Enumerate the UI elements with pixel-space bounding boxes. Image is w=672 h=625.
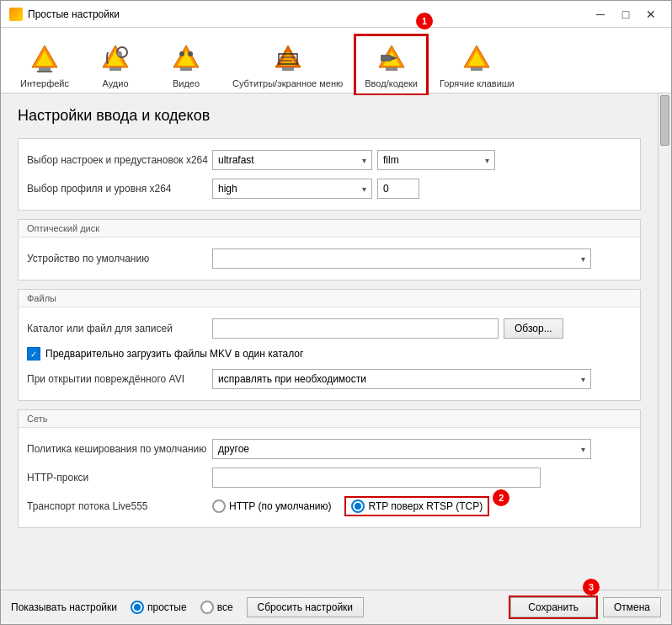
tab-interface[interactable]: Интерфейс <box>11 35 78 93</box>
cache-row: Политика кеширования по умолчанию другое… <box>27 435 632 463</box>
cache-label: Политика кеширования по умолчанию <box>27 443 212 455</box>
files-section: Файлы Каталог или файл для записей Обзор… <box>18 289 641 401</box>
device-controls: ▾ <box>212 248 632 269</box>
bottom-right: 3 Сохранить Отмена <box>510 597 661 617</box>
tab-video[interactable]: Видео <box>152 35 220 93</box>
http-radio-label: HTTP (по умолчанию) <box>229 500 331 512</box>
toolbar: Интерфейс Аудио <box>1 28 671 93</box>
vlc-icon <box>9 8 23 21</box>
network-section: Сеть Политика кеширования по умолчанию д… <box>18 409 641 528</box>
http-proxy-controls <box>212 467 632 488</box>
svg-rect-11 <box>180 67 192 71</box>
tab-hotkeys[interactable]: Горячие клавиши <box>430 35 524 93</box>
scrollbar[interactable] <box>658 93 671 590</box>
catalog-input[interactable] <box>212 318 499 339</box>
x264-profile-row: Выбор профиля и уровня x264 high ▾ <box>27 174 632 203</box>
annotation-2: 2 <box>493 489 509 506</box>
tab-hotkeys-label: Горячие клавиши <box>440 78 515 88</box>
avi-row: При открытии повреждённого AVI исправлят… <box>27 365 632 393</box>
x264-level-input[interactable] <box>377 179 419 199</box>
all-radio[interactable] <box>200 601 214 614</box>
x264-preset-select[interactable]: ultrafast ▾ <box>212 150 372 170</box>
cache-select[interactable]: другое ▾ <box>212 439 591 459</box>
tab-input[interactable]: 1 Ввод/кодеки <box>355 35 427 93</box>
minimize-button[interactable]: ─ <box>589 5 612 24</box>
annotation-3: 3 <box>583 579 600 596</box>
cache-controls: другое ▾ <box>212 439 632 459</box>
tab-interface-label: Интерфейс <box>20 78 69 88</box>
files-label: Файлы <box>19 290 640 307</box>
x264-tune-value: film <box>383 154 399 166</box>
input-icon <box>375 41 408 75</box>
main-window: Простые настройки ─ □ ✕ Интерфейс <box>0 0 672 625</box>
x264-preset-row: Выбор настроек и предустановок x264 ultr… <box>27 146 632 174</box>
catalog-controls: Обзор... <box>212 318 632 339</box>
mkv-checkbox-row: ✓ Предварительно загрузить файлы MKV в о… <box>27 343 632 365</box>
x264-preset-controls: ultrafast ▾ film ▾ <box>212 150 632 170</box>
svg-rect-23 <box>381 55 391 61</box>
http-proxy-row: HTTP-прокси <box>27 463 632 492</box>
annotation-1: 1 <box>416 13 433 29</box>
maximize-button[interactable]: □ <box>614 5 637 24</box>
x264-preset-label: Выбор настроек и предустановок x264 <box>27 154 212 166</box>
avi-arrow: ▾ <box>581 375 585 384</box>
tab-input-label: Ввод/кодеки <box>365 78 418 88</box>
mkv-label: Предварительно загрузить файлы MKV в оди… <box>45 348 303 360</box>
x264-profile-select[interactable]: high ▾ <box>212 179 372 199</box>
scroll-thumb[interactable] <box>660 95 669 146</box>
cancel-button[interactable]: Отмена <box>603 597 661 617</box>
device-arrow: ▾ <box>581 254 585 264</box>
x264-tune-select[interactable]: film ▾ <box>377 150 495 170</box>
x264-profile-value: high <box>218 183 237 195</box>
rtp-radio[interactable] <box>351 499 365 513</box>
network-label: Сеть <box>19 410 640 428</box>
save-container: 3 Сохранить <box>510 597 596 617</box>
catalog-label: Каталог или файл для записей <box>27 323 212 334</box>
device-select[interactable]: ▾ <box>212 248 591 269</box>
show-settings-label: Показывать настройки <box>11 601 117 613</box>
tab-subtitles-label: Субтитры/экранное меню <box>232 78 343 88</box>
tab-audio[interactable]: Аудио <box>82 35 149 93</box>
live555-row: Транспорт потока Live555 HTTP (по умолча… <box>27 492 632 521</box>
svg-rect-27 <box>471 67 483 71</box>
browse-button[interactable]: Обзор... <box>504 318 563 339</box>
simple-radio[interactable] <box>131 601 144 614</box>
all-radio-option[interactable]: все <box>200 601 233 614</box>
http-radio[interactable] <box>212 499 226 513</box>
title-bar-controls: ─ □ ✕ <box>589 5 663 24</box>
device-row: Устройство по умолчанию ▾ <box>27 244 632 273</box>
mkv-checkbox[interactable]: ✓ <box>27 347 40 361</box>
subtitles-icon <box>271 41 305 75</box>
x264-content: Выбор настроек и предустановок x264 ultr… <box>19 139 640 210</box>
svg-rect-6 <box>109 67 121 71</box>
svg-rect-22 <box>386 67 397 71</box>
save-button[interactable]: Сохранить <box>510 597 596 617</box>
rtp-radio-option[interactable]: 2 RTP поверх RTSP (TCP) <box>344 496 489 516</box>
avi-select[interactable]: исправлять при необходимости ▾ <box>212 369 591 389</box>
all-radio-label: все <box>217 601 233 613</box>
title-bar-left: Простые настройки <box>9 8 120 21</box>
svg-rect-3 <box>37 71 52 72</box>
close-button[interactable]: ✕ <box>639 5 663 24</box>
http-proxy-input[interactable] <box>212 467 541 488</box>
tab-subtitles[interactable]: Субтитры/экранное меню <box>223 35 352 93</box>
x264-profile-arrow: ▾ <box>362 184 366 194</box>
interface-icon <box>28 41 61 75</box>
x264-tune-arrow: ▾ <box>485 156 489 165</box>
bottom-left: Показывать настройки простые все Сбросит… <box>11 597 364 617</box>
x264-section: Выбор настроек и предустановок x264 ultr… <box>18 138 641 211</box>
simple-radio-label: простые <box>147 601 187 613</box>
svg-point-8 <box>117 51 122 56</box>
rtp-radio-label: RTP поверх RTSP (TCP) <box>368 500 483 512</box>
audio-icon <box>99 41 132 75</box>
cache-arrow: ▾ <box>581 445 585 454</box>
live555-controls: HTTP (по умолчанию) 2 RTP поверх RTSP (T… <box>212 496 632 516</box>
title-bar: Простые настройки ─ □ ✕ <box>1 1 671 28</box>
catalog-row: Каталог или файл для записей Обзор... <box>27 314 632 343</box>
tab-video-label: Видео <box>173 78 200 88</box>
http-radio-option[interactable]: HTTP (по умолчанию) <box>212 499 331 513</box>
reset-button[interactable]: Сбросить настройки <box>247 597 364 617</box>
cache-value: другое <box>218 443 249 455</box>
page-title: Настройки ввода и кодеков <box>18 107 641 125</box>
simple-radio-option[interactable]: простые <box>131 601 187 614</box>
